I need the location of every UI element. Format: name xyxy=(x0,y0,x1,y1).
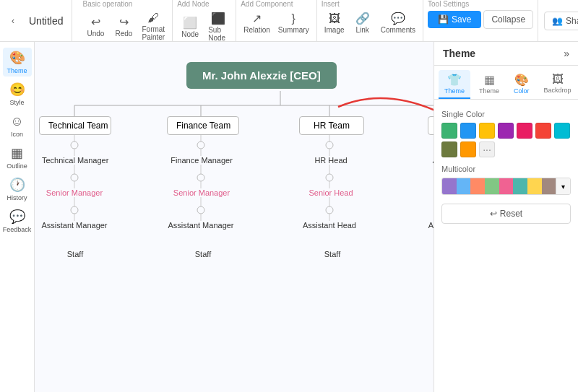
undo-button[interactable]: ↩ Undo xyxy=(82,14,108,39)
tab-theme-icon[interactable]: 👕 Theme xyxy=(439,70,470,99)
ad-senior-node[interactable]: Senior xyxy=(430,188,434,197)
color-tab-icon: 🎨 xyxy=(514,73,529,87)
basic-operation-label: Basic operation xyxy=(82,0,132,8)
back-button[interactable]: ‹ xyxy=(6,0,20,41)
finance-team-node[interactable]: Finance Team xyxy=(167,116,239,135)
link-icon: 🔗 xyxy=(355,12,370,25)
finance-staff-node[interactable]: Staff xyxy=(189,250,217,258)
multicolor-dropdown[interactable]: ▾ xyxy=(556,178,570,194)
node-button[interactable]: ⬜ Node xyxy=(177,14,203,40)
color-swatch-more[interactable]: ··· xyxy=(479,141,495,157)
finance-senior-manager-node[interactable]: Senior Manager xyxy=(172,188,231,197)
multicolor-swatch-3[interactable] xyxy=(470,178,485,194)
relation-button[interactable]: ↗ Relation xyxy=(241,10,273,35)
multicolor-swatch-6[interactable] xyxy=(513,178,527,194)
share-button[interactable]: 👥 Share xyxy=(544,12,578,30)
collapse-button[interactable]: Collapse xyxy=(483,10,533,29)
comments-button[interactable]: 💬 Comments xyxy=(378,10,418,35)
multicolor-swatch-1[interactable] xyxy=(442,178,457,194)
svg-point-10 xyxy=(71,174,78,181)
history-icon: 🕐 xyxy=(9,177,25,193)
multicolor-swatch-5[interactable] xyxy=(499,178,514,194)
sidebar-theme-label: Theme xyxy=(7,67,27,74)
multicolor-swatch-2[interactable] xyxy=(457,178,471,194)
color-swatch-purple[interactable] xyxy=(498,123,514,139)
hr-assistant-head-node[interactable]: Assistant Head xyxy=(297,221,362,230)
redo-icon: ↪ xyxy=(119,15,129,29)
admin-node[interactable]: Admin... xyxy=(423,156,434,165)
theme-grid-label: Theme xyxy=(479,87,499,95)
finance-assistant-manager-node[interactable]: Assistant Manager xyxy=(167,221,235,230)
icon-icon: ☺ xyxy=(10,114,23,129)
single-color-label: Single Color xyxy=(441,110,571,118)
sub-node-button[interactable]: ⬛ Sub Node xyxy=(205,10,231,43)
technical-staff-node[interactable]: Staff xyxy=(61,250,90,258)
link-button[interactable]: 🔗 Link xyxy=(350,10,376,35)
hr-team-node[interactable]: HR Team xyxy=(299,116,364,135)
sidebar-history-label: History xyxy=(7,194,27,201)
tool-settings-label: Tool Settings xyxy=(428,0,469,8)
summary-button[interactable]: } Summary xyxy=(275,11,312,35)
save-button[interactable]: 💾 Save xyxy=(428,11,481,28)
svg-point-16 xyxy=(197,141,204,149)
color-swatch-teal[interactable] xyxy=(554,123,570,139)
toolbar-right: 👥 Share 📤 Export xyxy=(538,0,578,41)
color-swatch-orange[interactable] xyxy=(460,141,476,157)
ceo-node[interactable]: Mr. John Alexzie [CEO] xyxy=(186,62,337,89)
node-icon: ⬜ xyxy=(183,16,197,30)
sidebar-item-style[interactable]: 😊 Style xyxy=(3,79,32,108)
ad-team-node[interactable]: Ad... xyxy=(428,116,434,135)
theme-icon: 🎨 xyxy=(9,50,25,66)
canvas[interactable]: Mr. John Alexzie [CEO] Technical Team Te… xyxy=(35,42,434,392)
share-icon: 👥 xyxy=(552,16,563,26)
sub-node-icon: ⬛ xyxy=(211,12,225,25)
sidebar-item-icon[interactable]: ☺ Icon xyxy=(3,111,32,140)
sidebar-item-outline[interactable]: ▦ Outline xyxy=(3,143,32,172)
sidebar-item-theme[interactable]: 🎨 Theme xyxy=(3,48,32,77)
finance-manager-node[interactable]: Finance Manager xyxy=(169,156,234,165)
panel-collapse-button[interactable]: » xyxy=(564,48,569,59)
save-icon: 💾 xyxy=(438,14,449,25)
undo-icon: ↩ xyxy=(91,15,100,29)
hr-senior-head-node[interactable]: Senior Head xyxy=(302,188,360,197)
color-swatch-blue[interactable] xyxy=(460,123,476,139)
theme-grid-icon: ▦ xyxy=(484,73,495,87)
theme-tab-label: Theme xyxy=(444,87,465,95)
sidebar-item-feedback[interactable]: 💬 Feedback xyxy=(3,206,32,235)
color-swatch-red[interactable] xyxy=(535,123,551,139)
technical-assistant-manager-node[interactable]: Assistant Manager xyxy=(40,221,108,230)
redo-button[interactable]: ↪ Redo xyxy=(111,14,137,39)
add-component-group: Add Component ↗ Relation } Summary xyxy=(236,0,317,41)
color-swatch-green[interactable] xyxy=(441,123,457,139)
color-swatch-olive[interactable] xyxy=(441,141,457,157)
ad-assistant-node[interactable]: Assistan... xyxy=(420,221,434,230)
multicolor-label: Multicolor xyxy=(441,165,571,173)
tab-color[interactable]: 🎨 Color xyxy=(508,70,535,99)
svg-point-7 xyxy=(71,141,78,149)
format-painter-button[interactable]: 🖌 Format Painter xyxy=(139,10,168,43)
multicolor-swatch-7[interactable] xyxy=(527,178,542,194)
hr-staff-node[interactable]: Staff xyxy=(318,250,347,258)
technical-team-node[interactable]: Technical Team xyxy=(39,116,111,135)
image-button[interactable]: 🖼 Image xyxy=(322,11,348,35)
reset-button[interactable]: ↩ Reset xyxy=(441,204,571,224)
tab-backdrop[interactable]: 🖼 Backdrop xyxy=(538,70,577,99)
panel-tabs: 👕 Theme ▦ Theme 🎨 Color 🖼 Backdrop xyxy=(434,66,578,100)
multicolor-swatch-8[interactable] xyxy=(542,178,556,194)
tab-theme-grid[interactable]: ▦ Theme xyxy=(473,70,505,99)
sidebar-icon-label: Icon xyxy=(11,131,23,138)
color-swatch-pink[interactable] xyxy=(517,123,532,139)
multicolor-swatch-4[interactable] xyxy=(485,178,499,194)
color-swatch-yellow[interactable] xyxy=(479,123,495,139)
toolbar: ‹ Untitled Basic operation ↩ Undo ↪ Redo… xyxy=(0,0,578,42)
technical-senior-manager-node[interactable]: Senior Manager xyxy=(45,188,104,197)
main-area: 🎨 Theme 😊 Style ☺ Icon ▦ Outline 🕐 Histo… xyxy=(0,42,578,392)
insert-group: Insert 🖼 Image 🔗 Link 💬 Comments xyxy=(317,0,423,41)
sidebar-item-history[interactable]: 🕐 History xyxy=(3,175,32,204)
sidebar-outline-label: Outline xyxy=(7,162,27,170)
technical-manager-node[interactable]: Technical Manager xyxy=(42,156,107,165)
reset-icon: ↩ xyxy=(490,209,497,219)
svg-point-19 xyxy=(197,174,204,181)
svg-point-25 xyxy=(326,141,333,149)
hr-head-node[interactable]: HR Head xyxy=(306,156,355,165)
